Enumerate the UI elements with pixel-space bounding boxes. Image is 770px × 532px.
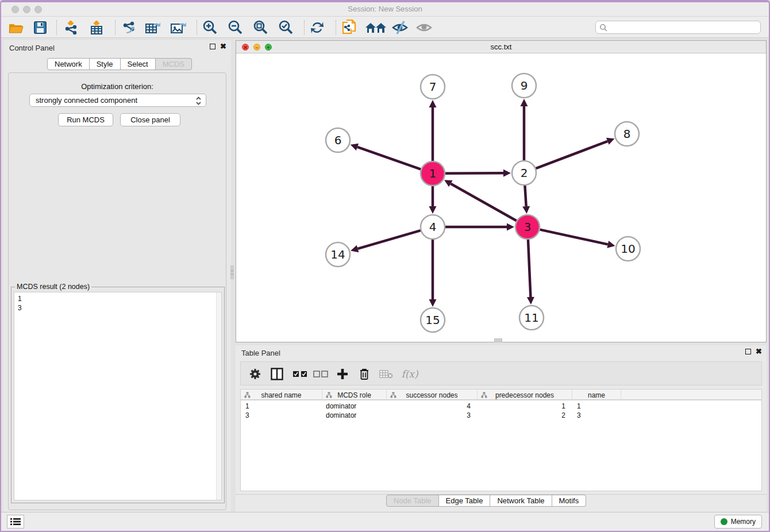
graph-arrowhead [527, 297, 534, 304]
cell-name[interactable]: 1 [577, 402, 621, 411]
tab-network-table[interactable]: Network Table [490, 495, 552, 507]
search-input[interactable] [610, 22, 758, 33]
graph-edge-3-10[interactable] [540, 230, 607, 245]
table-panel-title: Table Panel [241, 349, 280, 357]
close-panel-button[interactable]: Close panel [120, 113, 180, 126]
delete-table-icon[interactable] [378, 366, 395, 382]
import-table-icon[interactable] [87, 20, 106, 36]
unselect-all-columns-icon[interactable] [312, 366, 329, 382]
hierarchy-icon [481, 392, 487, 398]
close-panel-icon[interactable]: ✖ [756, 349, 762, 354]
cell-predecessor-nodes[interactable]: 1 [478, 402, 565, 411]
cell-successor-nodes[interactable]: 3 [387, 411, 471, 420]
table-settings-gear-icon[interactable] [248, 366, 263, 382]
graph-node-label: 15 [425, 313, 440, 327]
export-image-icon[interactable] [169, 20, 187, 36]
home-icon[interactable] [364, 20, 387, 36]
show-panels-eye-icon[interactable] [415, 20, 433, 36]
splitter-grip-horizontal[interactable] [494, 338, 502, 342]
mcds-result-group: MCDS result (2 nodes) 1 3 [11, 287, 225, 503]
network-title: scc.txt [236, 43, 766, 51]
graph-edge-1-6[interactable] [357, 147, 421, 169]
control-panel-title: Control Panel [9, 44, 55, 52]
graph-node-label: 6 [334, 133, 342, 147]
memory-button[interactable]: Memory [714, 515, 762, 529]
tab-motifs[interactable]: Motifs [552, 495, 587, 507]
run-mcds-button[interactable]: Run MCDS [58, 113, 113, 126]
export-table-icon[interactable] [144, 20, 162, 36]
close-panel-icon[interactable]: ✖ [220, 44, 226, 49]
graph-edge-3-1[interactable] [451, 184, 516, 221]
table-toolbar: f(x) [240, 361, 762, 385]
save-session-icon[interactable] [31, 20, 49, 36]
function-builder-icon[interactable]: f(x) [399, 366, 420, 382]
optimization-criterion-select[interactable]: strongly connected component [29, 94, 206, 107]
column-header-mcds-role[interactable]: MCDS role [322, 390, 387, 400]
column-header-predecessor-nodes[interactable]: predecessor nodes [478, 390, 572, 400]
column-header-name[interactable]: name [572, 390, 621, 400]
graph-node-label: 10 [621, 242, 635, 256]
zoom-fit-icon[interactable] [251, 20, 270, 36]
graph-edge-1-2[interactable] [445, 173, 503, 174]
scrollbar[interactable] [216, 292, 221, 500]
table-row[interactable]: 1 dominator 4 1 1 [241, 402, 761, 411]
cell-mcds-role[interactable]: dominator [326, 411, 386, 420]
graph-node-label: 11 [524, 311, 538, 325]
cell-successor-nodes[interactable]: 4 [387, 402, 471, 411]
graph-edge-3-11[interactable] [528, 240, 530, 297]
toolbar-separator [336, 20, 336, 35]
cell-shared-name[interactable]: 3 [245, 411, 320, 420]
zoom-selected-icon[interactable] [276, 20, 295, 36]
control-panel: Control Panel ✖ Network Style Select MCD… [3, 40, 231, 514]
add-column-plus-icon[interactable] [334, 366, 351, 382]
tab-edge-table[interactable]: Edge Table [439, 495, 491, 507]
network-window-titlebar[interactable]: ✕ − + scc.txt [236, 41, 766, 53]
export-network-icon[interactable] [120, 20, 138, 36]
tab-mcds[interactable]: MCDS [156, 58, 192, 70]
graph-arrowhead [521, 99, 528, 106]
zoom-in-icon[interactable] [201, 20, 219, 36]
cell-shared-name[interactable]: 1 [245, 402, 320, 411]
mcds-result-text[interactable]: 1 3 [14, 292, 222, 500]
delete-column-trash-icon[interactable] [356, 366, 373, 382]
graph-arrowhead [607, 241, 615, 248]
select-all-columns-icon[interactable] [291, 366, 309, 382]
graph-edge-2-3[interactable] [525, 186, 526, 206]
graph-node-label: 8 [623, 127, 631, 141]
clone-network-icon[interactable] [340, 20, 359, 36]
tab-select[interactable]: Select [121, 58, 156, 70]
search-box[interactable] [595, 21, 761, 34]
table-panel: Table Panel ✖ [236, 345, 767, 514]
tab-style[interactable]: Style [90, 58, 121, 70]
task-history-button[interactable] [7, 515, 24, 529]
splitter-grip-vertical[interactable] [230, 265, 234, 279]
toolbar-separator [197, 20, 197, 35]
table-row[interactable]: 3 dominator 3 2 3 [241, 411, 761, 420]
graph-edge-2-8[interactable] [536, 141, 608, 168]
node-table[interactable]: shared name MCDS role successor nodes pr… [240, 389, 762, 491]
column-view-icon[interactable] [268, 366, 286, 382]
tab-node-table[interactable]: Node Table [386, 495, 439, 507]
cell-predecessor-nodes[interactable]: 2 [478, 411, 565, 420]
float-panel-icon[interactable] [210, 44, 215, 49]
tab-network[interactable]: Network [47, 58, 90, 70]
network-graph[interactable]: 1234678910111415 [236, 53, 766, 342]
open-session-icon[interactable] [7, 20, 25, 36]
graph-node-label: 2 [521, 166, 528, 180]
cell-mcds-role[interactable]: dominator [326, 402, 386, 411]
dropdown-value: strongly connected component [36, 96, 137, 105]
hide-panels-eye-icon[interactable] [391, 20, 409, 36]
graph-arrowhead [351, 245, 359, 252]
column-header-successor-nodes[interactable]: successor nodes [387, 390, 478, 400]
graph-node-label: 9 [521, 79, 528, 92]
graph-arrowhead [429, 206, 437, 214]
zoom-out-icon[interactable] [226, 20, 244, 36]
table-tabs: Node Table Edge Table Network Table Moti… [386, 495, 586, 507]
graph-edge-4-14[interactable] [358, 230, 421, 249]
memory-label: Memory [731, 518, 756, 526]
float-panel-icon[interactable] [745, 349, 751, 354]
cell-name[interactable]: 3 [577, 411, 621, 420]
refresh-layout-icon[interactable] [308, 20, 326, 36]
import-network-icon[interactable] [62, 20, 80, 36]
column-header-shared-name[interactable]: shared name [241, 390, 322, 400]
